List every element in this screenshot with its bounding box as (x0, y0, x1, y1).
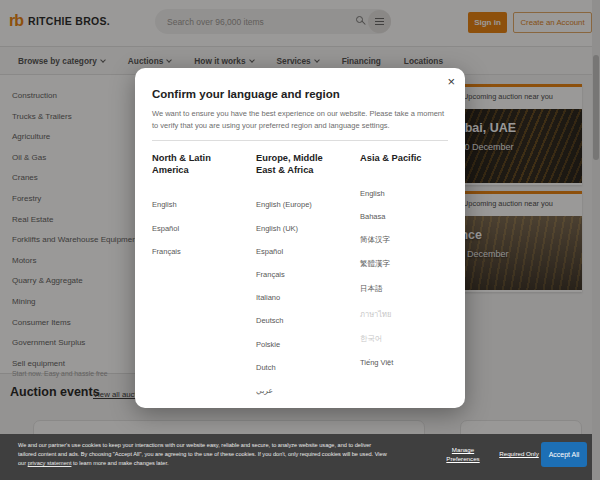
region-asia-pacific: Asia & Pacific English Bahasa 简体汉字 繁體漢字 … (360, 153, 452, 409)
region-north-latin-america: North & Latin America English Español Fr… (152, 153, 256, 409)
required-only-link[interactable]: Required Only (496, 450, 542, 457)
privacy-statement-link[interactable]: privacy statement (28, 460, 72, 466)
lang-na-espanol[interactable]: Español (152, 224, 256, 233)
lang-eu-english-uk[interactable]: English (UK) (256, 224, 360, 233)
lang-na-english[interactable]: English (152, 200, 256, 209)
lang-eu-deutsch[interactable]: Deutsch (256, 316, 360, 325)
region-name: Asia & Pacific (360, 153, 442, 165)
lang-eu-dutch[interactable]: Dutch (256, 363, 360, 372)
language-region-modal: × Confirm your language and region We wa… (135, 68, 465, 408)
region-name: North & Latin America (152, 153, 234, 176)
cookie-consent-banner: We and our partner's use cookies to keep… (0, 434, 592, 480)
lang-ap-thai[interactable]: ภาษาไทย (360, 308, 452, 320)
modal-title: Confirm your language and region (152, 88, 448, 100)
lang-eu-arabic[interactable]: عربي (256, 386, 360, 395)
lang-ap-traditional-chinese[interactable]: 繁體漢字 (360, 259, 452, 269)
lang-eu-italiano[interactable]: Italiano (256, 293, 360, 302)
region-columns: North & Latin America English Español Fr… (152, 153, 448, 409)
lang-ap-simplified-chinese[interactable]: 简体汉字 (360, 235, 452, 245)
lang-eu-francais[interactable]: Français (256, 270, 360, 279)
lang-eu-polskie[interactable]: Polskie (256, 340, 360, 349)
cookie-text: We and our partner's use cookies to keep… (18, 441, 388, 468)
lang-ap-vietnamese[interactable]: Tiếng Việt (360, 358, 452, 367)
region-europe-middle-east-africa: Europe, Middle East & Africa English (Eu… (256, 153, 360, 409)
lang-eu-english-europe[interactable]: English (Europe) (256, 200, 360, 209)
manage-preferences-link[interactable]: Manage Preferences (437, 445, 489, 464)
modal-description: We want to ensure you have the best expe… (152, 108, 452, 131)
lang-ap-bahasa[interactable]: Bahasa (360, 212, 452, 221)
close-icon[interactable]: × (447, 74, 455, 89)
lang-eu-espanol[interactable]: Español (256, 247, 360, 256)
lang-na-francais[interactable]: Français (152, 247, 256, 256)
lang-ap-english[interactable]: English (360, 189, 452, 198)
region-name: Europe, Middle East & Africa (256, 153, 338, 176)
modal-divider (152, 140, 448, 141)
accept-all-button[interactable]: Accept All (541, 442, 587, 467)
page: rb RITCHIE BROS. Sign in Create an Accou… (0, 0, 600, 480)
lang-ap-japanese[interactable]: 日本語 (360, 284, 452, 294)
lang-ap-korean[interactable]: 한국어 (360, 334, 452, 344)
